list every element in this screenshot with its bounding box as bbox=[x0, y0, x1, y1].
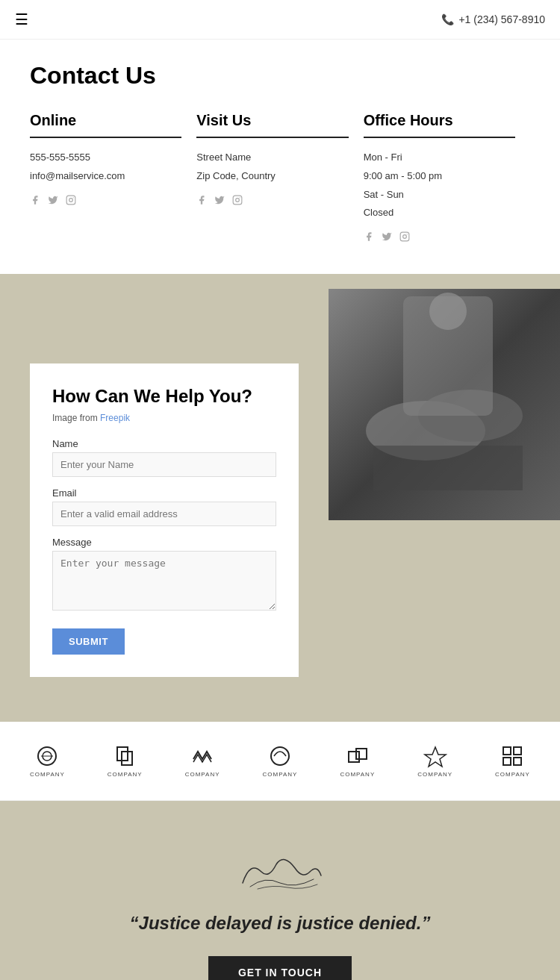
get-in-touch-button[interactable]: GET IN TOUCH bbox=[208, 956, 352, 980]
visit-social bbox=[196, 195, 348, 207]
twitter-icon[interactable] bbox=[48, 195, 58, 207]
svg-rect-27 bbox=[503, 758, 511, 765]
svg-point-15 bbox=[429, 293, 467, 330]
logo-7-icon bbox=[500, 744, 524, 768]
logo-6-text: COMPANY bbox=[417, 771, 452, 778]
logo-1: COMPANY bbox=[30, 744, 65, 778]
email-label: Email bbox=[52, 487, 276, 499]
svg-marker-24 bbox=[425, 747, 446, 767]
help-card: How Can We Help You? Image from Freepik … bbox=[30, 363, 299, 677]
help-heading: How Can We Help You? bbox=[52, 386, 276, 407]
signature-image bbox=[228, 846, 332, 898]
hours-twitter-icon[interactable] bbox=[382, 231, 392, 244]
hours-column: Office Hours Mon - Fri 9:00 am - 5:00 pm… bbox=[364, 112, 530, 244]
phone-number: +1 (234) 567-8910 bbox=[458, 13, 545, 25]
phone-area: 📞 +1 (234) 567-8910 bbox=[441, 13, 545, 25]
svg-rect-13 bbox=[373, 446, 523, 490]
logo-1-icon bbox=[35, 744, 59, 768]
logo-2-text: COMPANY bbox=[108, 771, 143, 778]
online-phone: 555-555-5555 bbox=[30, 150, 181, 166]
online-column: Online 555-555-5555 info@mailservice.com bbox=[30, 112, 196, 244]
hours-social bbox=[364, 231, 515, 244]
online-social bbox=[30, 195, 181, 207]
weekend-label: Sat - Sun bbox=[364, 187, 515, 203]
weekday-label: Mon - Fri bbox=[364, 150, 515, 166]
visit-location: Zip Code, Country bbox=[196, 169, 348, 184]
logo-7: COMPANY bbox=[495, 744, 530, 778]
visit-column: Visit Us Street Name Zip Code, Country bbox=[196, 112, 363, 244]
quote-text: “Justice delayed is justice denied.” bbox=[130, 913, 431, 934]
logo-5-text: COMPANY bbox=[340, 771, 375, 778]
hours-heading: Office Hours bbox=[364, 112, 515, 129]
svg-point-8 bbox=[406, 234, 407, 234]
svg-point-5 bbox=[240, 197, 240, 198]
handshake-image bbox=[329, 289, 560, 520]
message-textarea[interactable] bbox=[52, 551, 276, 611]
logo-2-icon bbox=[113, 744, 137, 768]
help-section: How Can We Help You? Image from Freepik … bbox=[0, 274, 560, 722]
weekday-hours: 9:00 am - 5:00 pm bbox=[364, 169, 515, 184]
phone-icon: 📞 bbox=[441, 13, 454, 25]
hours-instagram-icon[interactable] bbox=[399, 231, 410, 244]
logo-4-text: COMPANY bbox=[263, 771, 298, 778]
online-email: info@mailservice.com bbox=[30, 169, 181, 184]
visit-instagram-icon[interactable] bbox=[232, 195, 243, 207]
svg-rect-28 bbox=[514, 758, 521, 765]
contact-section: Contact Us Online 555-555-5555 info@mail… bbox=[0, 40, 560, 274]
hours-facebook-icon[interactable] bbox=[364, 231, 374, 244]
hours-divider bbox=[364, 137, 515, 138]
svg-rect-0 bbox=[66, 196, 75, 205]
logo-3-icon bbox=[190, 744, 214, 768]
svg-point-4 bbox=[236, 198, 240, 202]
svg-rect-26 bbox=[514, 747, 521, 755]
logo-5: COMPANY bbox=[340, 744, 375, 778]
logo-4-icon bbox=[268, 744, 292, 768]
visit-heading: Visit Us bbox=[196, 112, 348, 129]
page-title: Contact Us bbox=[30, 62, 530, 90]
svg-rect-23 bbox=[356, 749, 367, 759]
image-from: Image from Freepik bbox=[52, 413, 276, 423]
svg-rect-6 bbox=[400, 232, 409, 241]
svg-rect-3 bbox=[233, 196, 242, 205]
name-group: Name bbox=[52, 438, 276, 477]
facebook-icon[interactable] bbox=[30, 195, 40, 207]
svg-point-7 bbox=[402, 235, 406, 239]
svg-point-2 bbox=[73, 197, 74, 198]
hamburger-icon[interactable]: ☰ bbox=[15, 10, 28, 28]
weekend-hours: Closed bbox=[364, 205, 515, 221]
columns: Online 555-555-5555 info@mailservice.com… bbox=[30, 112, 530, 244]
visit-facebook-icon[interactable] bbox=[196, 195, 207, 207]
visit-twitter-icon[interactable] bbox=[214, 195, 225, 207]
online-divider bbox=[30, 137, 181, 138]
logo-3: COMPANY bbox=[185, 744, 220, 778]
logo-4: COMPANY bbox=[263, 744, 298, 778]
logo-6-icon bbox=[423, 744, 447, 768]
svg-point-21 bbox=[271, 747, 289, 765]
quote-section: “Justice delayed is justice denied.” GET… bbox=[0, 801, 560, 980]
email-input[interactable] bbox=[52, 502, 276, 526]
logo-2: COMPANY bbox=[108, 744, 143, 778]
logo-5-icon bbox=[346, 744, 370, 768]
logo-3-text: COMPANY bbox=[185, 771, 220, 778]
message-group: Message bbox=[52, 537, 276, 614]
svg-rect-25 bbox=[503, 747, 511, 755]
submit-button[interactable]: SUBMIT bbox=[52, 628, 125, 655]
email-group: Email bbox=[52, 487, 276, 526]
logos-section: COMPANY COMPANY COMPANY COMPANY COMPANY bbox=[0, 722, 560, 801]
freepik-link[interactable]: Freepik bbox=[100, 413, 130, 423]
visit-divider bbox=[196, 137, 348, 138]
svg-rect-22 bbox=[349, 752, 359, 762]
logo-6: COMPANY bbox=[417, 744, 452, 778]
visit-street: Street Name bbox=[196, 150, 348, 166]
name-label: Name bbox=[52, 438, 276, 449]
logo-7-text: COMPANY bbox=[495, 771, 530, 778]
online-heading: Online bbox=[30, 112, 181, 129]
svg-point-1 bbox=[69, 198, 73, 202]
instagram-icon[interactable] bbox=[66, 195, 76, 207]
message-label: Message bbox=[52, 537, 276, 548]
logo-1-text: COMPANY bbox=[30, 771, 65, 778]
header: ☰ 📞 +1 (234) 567-8910 bbox=[0, 0, 560, 40]
name-input[interactable] bbox=[52, 452, 276, 477]
